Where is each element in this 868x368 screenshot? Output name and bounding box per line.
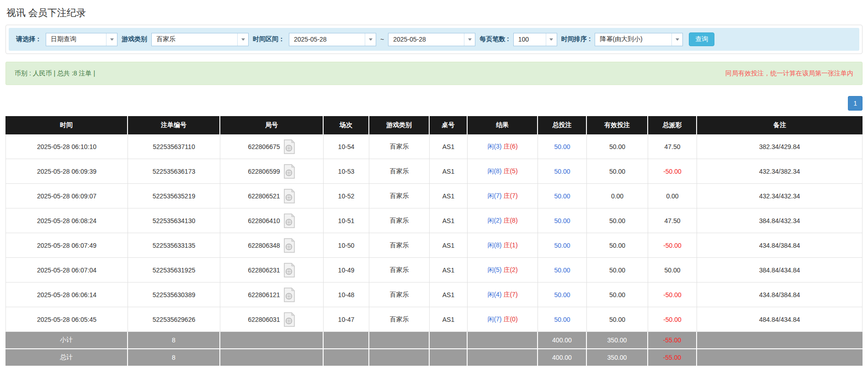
result-banker: 庄(2) <box>503 266 517 273</box>
video-replay-icon[interactable] <box>283 189 296 203</box>
cell-note: 434.84/384.84 <box>697 233 863 258</box>
total-bet-link[interactable]: 50.00 <box>554 316 570 323</box>
result-banker: 庄(1) <box>503 241 517 249</box>
video-replay-icon[interactable] <box>283 263 296 277</box>
cell-session: 10-50 <box>324 233 369 258</box>
result-player: 闲(3) <box>487 143 501 150</box>
round-number: 622806521 <box>248 192 280 200</box>
cell-total-bet: 50.00 <box>538 307 587 332</box>
cell-table-no: AS1 <box>430 258 468 283</box>
cell-table-no: AS1 <box>430 283 468 307</box>
cell-result: 闲(8) 庄(5) <box>468 159 538 184</box>
cell-game-type: 百家乐 <box>369 258 430 283</box>
cell-total-bet: 50.00 <box>538 283 587 307</box>
cell-time: 2025-05-28 06:07:49 <box>5 233 128 258</box>
summary-total-bet: 400.00 <box>538 349 587 367</box>
cell-payout: -50.00 <box>648 283 697 307</box>
cell-time: 2025-05-28 06:09:39 <box>5 159 128 184</box>
cell-valid-bet: 50.00 <box>587 208 648 233</box>
total-bet-link[interactable]: 50.00 <box>554 192 570 200</box>
video-replay-icon[interactable] <box>283 164 296 179</box>
cell-valid-bet: 50.00 <box>587 233 648 258</box>
video-replay-icon[interactable] <box>283 139 296 154</box>
cell-total-bet: 50.00 <box>538 134 587 159</box>
page-title: 视讯 会员下注纪录 <box>5 5 863 25</box>
header-game-type: 游戏类别 <box>369 116 430 134</box>
cell-session: 10-53 <box>324 159 369 184</box>
summary-count: 8 <box>128 332 220 349</box>
cell-note: 384.84/432.34 <box>697 208 863 233</box>
result-player: 闲(2) <box>487 217 501 224</box>
chevron-down-icon[interactable] <box>237 33 248 46</box>
cell-payout: 0.00 <box>648 184 697 208</box>
summary-label: 总计 <box>5 349 128 367</box>
result-banker: 庄(0) <box>503 315 517 323</box>
game-type-label: 游戏类别 <box>122 35 147 43</box>
round-number: 622806599 <box>248 168 280 175</box>
cell-bet-id: 522535635219 <box>128 184 220 208</box>
cell-note: 384.84/434.84 <box>697 258 863 283</box>
cell-total-bet: 50.00 <box>538 233 587 258</box>
cell-bet-id: 522535637110 <box>128 134 220 159</box>
page-size-label: 每页笔数 : <box>479 35 509 43</box>
cell-result: 闲(3) 庄(6) <box>468 134 538 159</box>
table-header: 时间 注单编号 局号 场次 游戏类别 桌号 结果 总投注 有效投注 总派彩 备注 <box>5 116 863 134</box>
cell-valid-bet: 0.00 <box>587 184 648 208</box>
cell-session: 10-52 <box>324 184 369 208</box>
page-1-button[interactable]: 1 <box>848 96 863 111</box>
search-button[interactable]: 查询 <box>689 32 714 46</box>
result-player: 闲(8) <box>487 167 501 175</box>
cell-game-type: 百家乐 <box>369 233 430 258</box>
cell-table-no: AS1 <box>430 184 468 208</box>
cell-result: 闲(4) 庄(7) <box>468 283 538 307</box>
chevron-down-icon[interactable] <box>365 33 376 46</box>
cell-time: 2025-05-28 06:10:10 <box>5 134 128 159</box>
sort-order-select[interactable]: 降幂(由大到小) <box>595 33 683 46</box>
cell-result: 闲(7) 庄(0) <box>468 307 538 332</box>
total-bet-link[interactable]: 50.00 <box>554 242 570 249</box>
query-type-select[interactable]: 日期查询 <box>46 33 117 46</box>
pagination: 1 <box>5 96 863 111</box>
total-bet-link[interactable]: 50.00 <box>554 168 570 175</box>
chevron-down-icon[interactable] <box>464 33 475 46</box>
chevron-down-icon[interactable] <box>106 33 117 46</box>
cell-total-bet: 50.00 <box>538 258 587 283</box>
time-range-label: 时间区间： <box>253 35 285 43</box>
total-bet-link[interactable]: 50.00 <box>554 143 570 150</box>
video-replay-icon[interactable] <box>283 288 296 302</box>
header-time: 时间 <box>5 116 128 134</box>
chevron-down-icon[interactable] <box>671 33 682 46</box>
total-bet-link[interactable]: 50.00 <box>554 217 570 224</box>
date-to-select[interactable]: 2025-05-28 <box>388 33 475 46</box>
total-bet-link[interactable]: 50.00 <box>554 267 570 274</box>
cell-round: 622806675 <box>220 134 324 159</box>
page-size-select[interactable]: 100 <box>513 33 557 46</box>
table-row: 2025-05-28 06:07:49 522535633135 6228063… <box>5 233 863 258</box>
video-replay-icon[interactable] <box>283 213 296 228</box>
header-valid-bet: 有效投注 <box>587 116 648 134</box>
cell-note: 434.84/384.84 <box>697 283 863 307</box>
header-payout: 总派彩 <box>648 116 697 134</box>
cell-bet-id: 522535629626 <box>128 307 220 332</box>
round-number: 622806231 <box>248 267 280 274</box>
result-banker: 庄(6) <box>503 143 517 150</box>
date-from-select[interactable]: 2025-05-28 <box>289 33 376 46</box>
summary-payout: -55.00 <box>648 332 697 349</box>
query-type-value: 日期查询 <box>46 33 106 46</box>
cell-bet-id: 522535630389 <box>128 283 220 307</box>
total-bet-link[interactable]: 50.00 <box>554 291 570 299</box>
cell-total-bet: 50.00 <box>538 184 587 208</box>
currency-total-summary: 币别 : 人民币 | 总共 :8 注单 | <box>15 69 95 78</box>
table-row: 2025-05-28 06:07:04 522535631925 6228062… <box>5 258 863 283</box>
cell-round: 622806410 <box>220 208 324 233</box>
video-replay-icon[interactable] <box>283 312 296 327</box>
round-number: 622806348 <box>248 242 280 249</box>
cell-game-type: 百家乐 <box>369 283 430 307</box>
chevron-down-icon[interactable] <box>546 33 557 46</box>
table-body: 2025-05-28 06:10:10 522535637110 6228066… <box>5 134 863 332</box>
cell-bet-id: 522535634130 <box>128 208 220 233</box>
video-replay-icon[interactable] <box>283 238 296 253</box>
cell-table-no: AS1 <box>430 307 468 332</box>
result-player: 闲(7) <box>487 192 501 199</box>
game-type-select[interactable]: 百家乐 <box>151 33 249 46</box>
